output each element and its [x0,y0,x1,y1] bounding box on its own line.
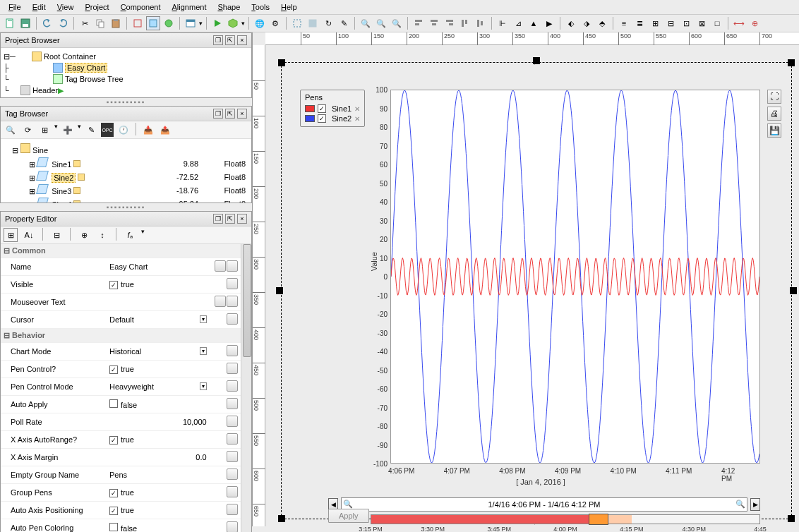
undo-icon[interactable] [40,16,54,30]
bind-icon[interactable] [227,260,238,272]
prop-mouseover-value[interactable] [107,294,210,311]
panel-restore-icon[interactable]: ❐ [213,109,223,119]
pen-checkbox-sine2[interactable]: ✓ [318,114,326,123]
tree-item-tagbrowsetree[interactable]: Tag Browse Tree [65,75,124,83]
prop-expand-icon[interactable]: ⊟ [49,228,64,242]
bind-icon[interactable] [227,433,238,445]
menu-alignment[interactable]: Alignment [167,1,212,13]
resize-handle-w[interactable]: ↔ [276,287,283,294]
dist3-icon[interactable]: ▲ [527,16,541,30]
apply-button[interactable]: Apply [328,509,369,523]
panel-close-icon[interactable]: × [237,35,247,45]
panel-restore-icon[interactable]: ❐ [213,35,223,45]
resize-handle-n[interactable]: ↕ [533,57,540,64]
bind-icon[interactable] [227,278,238,289]
tag-refresh-icon[interactable]: ⟳ [20,123,35,137]
prop-penmode-value[interactable]: Heavyweight ▾ [107,378,210,396]
select-icon[interactable] [290,16,304,30]
align1-icon[interactable] [411,16,426,30]
prop-autoapply-value[interactable]: false [107,396,210,413]
prop-cursor-value[interactable]: Default ▾ [107,311,210,329]
dist1-icon[interactable]: ⊩ [495,16,510,30]
bind-icon[interactable] [227,504,238,515]
menu-edit[interactable]: Edit [27,1,52,13]
prop-pencontrol-value[interactable]: ✓true [107,361,210,378]
project-browser-tree[interactable]: ⊟─Root Container ├Easy Chart └Tag Browse… [1,48,251,97]
tag-clock-icon[interactable]: 🕐 [116,123,131,137]
prop-chartmode-value[interactable]: Historical ▾ [107,343,210,361]
prop-filter1-icon[interactable]: ⊕ [77,228,91,242]
edit-icon[interactable] [215,296,226,307]
prop-font-icon[interactable]: fₐ [123,228,137,242]
panel-pin-icon[interactable]: ⇱ [225,35,235,45]
bind-icon[interactable] [227,345,238,356]
menu-component[interactable]: Component [115,1,167,13]
flip3-icon[interactable]: ⬘ [595,16,609,30]
menu-help[interactable]: Help [275,1,303,13]
stack3-icon[interactable]: ⊞ [648,16,662,30]
gear-icon[interactable]: ⚙ [268,16,282,30]
menu-file[interactable]: FFileile [3,1,27,13]
panel-close-icon[interactable]: × [237,109,247,119]
flip1-icon[interactable]: ⬖ [564,16,578,30]
tag-opc-icon[interactable]: OPC [101,123,114,137]
globe-icon[interactable]: 🌐 [253,16,267,30]
zoomin-icon[interactable]: 🔍 [359,16,373,30]
zoomout-icon[interactable]: 🔍 [374,16,388,30]
cut-icon[interactable]: ✂ [78,16,92,30]
design-surface[interactable]: ↔ ↔ ↕ ↕ Pens ✓ Sine1 ✕ [265,45,799,526]
property-scrollbar[interactable] [241,244,251,532]
prop-cat-icon[interactable]: ⊞ [4,228,18,242]
paste-icon[interactable] [109,16,123,30]
chart-print-icon[interactable]: 🖨 [767,107,781,121]
redo-icon[interactable] [56,16,70,30]
menu-project[interactable]: Project [79,1,114,13]
prop-name-value[interactable]: Easy Chart [107,258,210,276]
bind-icon[interactable] [227,468,238,480]
align4-icon[interactable] [458,16,472,30]
copy-icon[interactable] [93,16,107,30]
prop-autoaxis-value[interactable]: ✓true [107,502,210,519]
tool2-icon[interactable] [146,16,160,30]
spacer2-icon[interactable]: ⊕ [747,16,762,30]
tag-sine2[interactable]: Sine2 [52,173,76,183]
align3-icon[interactable] [443,16,457,30]
tree-item-root[interactable]: Root Container [44,52,96,61]
resize-handle[interactable]: ▪▪▪▪▪▪▪▪▪▪ [0,98,252,106]
pen-remove-sine1[interactable]: ✕ [354,105,360,113]
dist2-icon[interactable]: ⊿ [511,16,525,30]
zoomfit-icon[interactable]: 🔍 [390,16,404,30]
chart-save-icon[interactable]: 💾 [767,123,781,138]
chart-overview[interactable] [371,514,760,524]
rotate-icon[interactable]: ↻ [321,16,335,30]
bind-icon[interactable] [227,451,238,462]
play-icon[interactable] [210,16,224,30]
pen-checkbox-sine1[interactable]: ✓ [318,104,326,113]
tag-export-icon[interactable]: 📤 [158,123,172,137]
menu-view[interactable]: View [52,1,80,13]
tool3-icon[interactable] [162,16,176,30]
bind-icon[interactable] [227,486,238,497]
resize-handle-se[interactable] [788,515,795,522]
bind-icon[interactable] [227,313,238,325]
resize-handle-e[interactable]: ↔ [790,287,797,294]
stack4-icon[interactable]: ⊟ [663,16,678,30]
prop-sort-icon[interactable]: A↓ [22,228,36,242]
tag-search-icon[interactable]: 🔍 [4,123,18,137]
tree-item-header[interactable]: Header [32,86,58,95]
tag-folder-sine[interactable]: Sine [32,146,48,155]
nav-range-display[interactable]: 🔍 1/4/16 4:06 PM - 1/4/16 4:12 PM 🔍 [341,497,747,512]
prop-emptygroup-value[interactable]: Pens [107,466,210,484]
package-icon[interactable] [226,16,240,30]
resize-handle-ne[interactable] [788,59,795,66]
edit-icon[interactable] [215,260,226,272]
prop-xautorange-value[interactable]: ✓true [107,431,210,449]
tag-sine1[interactable]: Sine1 [52,160,71,169]
easy-chart-component[interactable]: Pens ✓ Sine1 ✕ ✓ Sine2 ✕ [300,83,781,509]
menu-shape[interactable]: Shape [212,1,246,13]
panel-restore-icon[interactable]: ❐ [213,214,223,224]
prop-pollrate-value[interactable]: 10,000 [107,413,210,431]
selection-box[interactable]: ↔ ↔ ↕ ↕ Pens ✓ Sine1 ✕ [281,62,792,519]
spacer1-icon[interactable]: ⟷ [732,16,746,30]
tag-browser-tree[interactable]: ⊟ Sine ⊞ Sine1 9.88Float8 ⊞ Sine2 -72.52… [1,139,251,202]
